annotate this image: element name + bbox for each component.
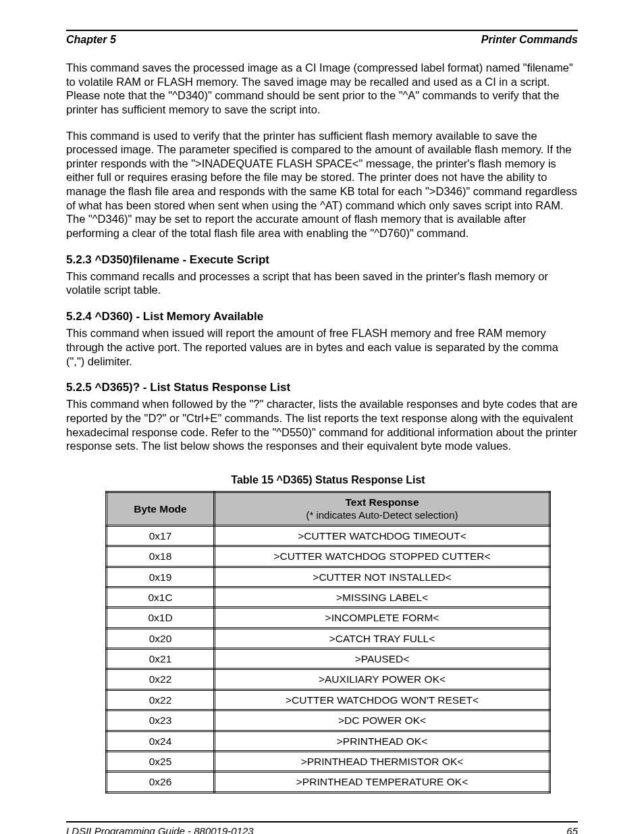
col-text-response-line1: Text Response: [221, 496, 543, 509]
cell-text: >CATCH TRAY FULL<: [215, 628, 550, 648]
table-row: 0x22>AUXILIARY POWER OK<: [107, 669, 550, 689]
footer-doc-id: LDSII Programming Guide - 880019-0123: [66, 825, 254, 834]
status-response-table: Byte Mode Text Response (* indicates Aut…: [105, 491, 551, 793]
cell-text: >INCOMPLETE FORM<: [215, 608, 550, 628]
page-footer: LDSII Programming Guide - 880019-0123 65: [66, 821, 578, 834]
table-row: 0x1C>MISSING LABEL<: [107, 587, 550, 607]
table-row: 0x19>CUTTER NOT INSTALLED<: [107, 567, 550, 587]
header-title: Printer Commands: [481, 34, 578, 46]
table-row: 0x17>CUTTER WATCHDOG TIMEOUT<: [107, 525, 550, 546]
cell-text: >CUTTER NOT INSTALLED<: [215, 567, 550, 587]
cell-byte: 0x1C: [107, 587, 215, 607]
cell-text: >AUXILIARY POWER OK<: [215, 669, 550, 689]
paragraph-d346: This command is used to verify that the …: [66, 129, 578, 240]
cell-byte: 0x19: [107, 567, 215, 587]
cell-byte: 0x1D: [107, 608, 215, 628]
cell-byte: 0x22: [107, 689, 215, 710]
paragraph-d360: This command when issued will report the…: [66, 326, 578, 368]
cell-byte: 0x18: [107, 546, 215, 567]
table-row: 0x23>DC POWER OK<: [107, 710, 550, 731]
cell-text: >CUTTER WATCHDOG TIMEOUT<: [215, 525, 550, 546]
table-row: 0x1D>INCOMPLETE FORM<: [107, 608, 550, 628]
table-row: 0x18>CUTTER WATCHDOG STOPPED CUTTER<: [107, 546, 550, 567]
cell-text: >CUTTER WATCHDOG WON'T RESET<: [215, 689, 550, 710]
cell-text: >PRINTHEAD OK<: [215, 731, 550, 751]
cell-text: >PRINTHEAD THERMISTOR OK<: [215, 751, 550, 771]
header-chapter: Chapter 5: [66, 34, 116, 46]
cell-byte: 0x17: [107, 525, 215, 546]
footer-rule: [66, 821, 578, 823]
table-row: 0x26>PRINTHEAD TEMPERATURE OK<: [107, 772, 550, 792]
paragraph-d350: This command recalls and processes a scr…: [66, 269, 578, 297]
page-header: Chapter 5 Printer Commands: [66, 34, 578, 46]
cell-text: >PAUSED<: [215, 649, 550, 669]
table-row: 0x22>CUTTER WATCHDOG WON'T RESET<: [107, 689, 550, 710]
table-row: 0x24>PRINTHEAD OK<: [107, 731, 550, 751]
paragraph-d365: This command when followed by the "?" ch…: [66, 397, 578, 453]
table-row: 0x20>CATCH TRAY FULL<: [107, 628, 550, 648]
cell-byte: 0x26: [107, 772, 215, 792]
header-rule: [66, 30, 578, 31]
footer-page-number: 65: [566, 825, 578, 834]
cell-byte: 0x25: [107, 751, 215, 771]
col-text-response: Text Response (* indicates Auto-Detect s…: [215, 492, 550, 525]
table-row: 0x21>PAUSED<: [107, 649, 550, 669]
cmd-d360-title: 5.2.4 ^D360) - List Memory Available: [66, 309, 578, 323]
cell-byte: 0x21: [107, 649, 215, 669]
cell-text: >DC POWER OK<: [215, 710, 550, 731]
cell-byte: 0x24: [107, 731, 215, 751]
cmd-d350-title: 5.2.3 ^D350)filename - Execute Script: [66, 253, 578, 267]
page: Chapter 5 Printer Commands This command …: [0, 30, 644, 834]
col-text-response-line2: (* indicates Auto-Detect selection): [221, 509, 543, 522]
cell-byte: 0x20: [107, 628, 215, 648]
col-byte-mode: Byte Mode: [107, 492, 215, 525]
cell-byte: 0x22: [107, 669, 215, 689]
cell-text: >MISSING LABEL<: [215, 587, 550, 607]
status-table-wrap: Table 15 ^D365) Status Response List Byt…: [105, 473, 551, 793]
cell-text: >PRINTHEAD TEMPERATURE OK<: [215, 772, 550, 792]
paragraph-d340b: This command saves the processed image a…: [66, 61, 578, 117]
cell-byte: 0x23: [107, 710, 215, 731]
table-caption: Table 15 ^D365) Status Response List: [105, 473, 551, 487]
body-content: This command saves the processed image a…: [66, 61, 578, 793]
cell-text: >CUTTER WATCHDOG STOPPED CUTTER<: [215, 546, 550, 567]
table-row: 0x25>PRINTHEAD THERMISTOR OK<: [107, 751, 550, 771]
cmd-d365-title: 5.2.5 ^D365)? - List Status Response Lis…: [66, 380, 578, 394]
